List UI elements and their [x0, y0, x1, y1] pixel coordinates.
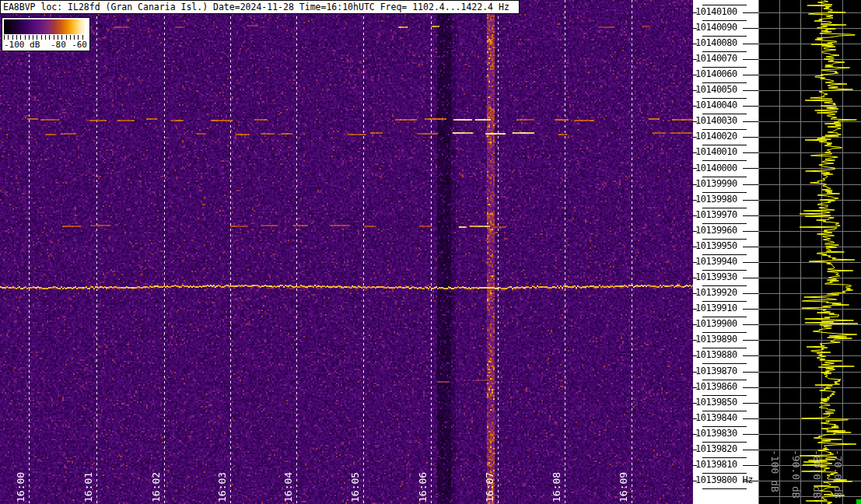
freq-label: 10139860 [695, 381, 737, 392]
freq-label: 10139900 [695, 318, 737, 329]
title-bar: EA8BVP loc: IL28fd (Gran Canaria Isl.) D… [0, 0, 520, 14]
freq-label: 10140100 [695, 6, 737, 17]
freq-label: 10139910 [695, 303, 737, 313]
db-label: -100 dB [769, 450, 781, 492]
time-label: 16:02 [150, 472, 162, 502]
freq-label: 10139960 [695, 225, 737, 236]
db-label: -80.0 dB [811, 450, 823, 499]
time-label: 16:03 [216, 472, 228, 502]
freq-label: 10139830 [695, 428, 737, 439]
freq-label: 10140090 [695, 22, 737, 33]
resize-grip[interactable] [856, 499, 861, 504]
colorbar-label-mid: -80 [51, 40, 66, 50]
freq-label: 10139990 [695, 178, 737, 189]
db-label: -70.0 dB [832, 450, 844, 499]
time-label: 16:05 [349, 472, 361, 502]
spectrum-lab-window: EA8BVP loc: IL28fd (Gran Canaria Isl.) D… [0, 0, 861, 504]
freq-label: 10139840 [695, 412, 737, 423]
time-label: 16:09 [618, 472, 629, 502]
freq-label: 10139810 [695, 459, 737, 470]
colorbar-label-min: -100 dB [4, 40, 40, 50]
freq-label: 10139920 [695, 287, 737, 298]
freq-label: 10139870 [695, 366, 737, 376]
time-label: 16:07 [484, 472, 495, 502]
freq-label: 10139940 [695, 256, 737, 267]
freq-label: 10139930 [695, 271, 737, 282]
freq-label: 10140070 [695, 53, 737, 64]
time-label: 16:06 [417, 472, 429, 502]
time-label: 16:00 [15, 472, 26, 502]
freq-label: 10140030 [695, 115, 737, 126]
colorbar-legend: -100 dB -80 -60 [2, 17, 90, 51]
freq-label: 10139850 [695, 397, 737, 408]
freq-label: 10140000 [695, 163, 737, 173]
freq-label: 10140010 [695, 146, 737, 157]
time-label: 16:08 [551, 472, 562, 502]
freq-label: 10140060 [695, 68, 737, 79]
freq-label: 10139890 [695, 334, 737, 345]
freq-label: 10139950 [695, 240, 737, 251]
colorbar-label-max: -60 [72, 40, 87, 50]
time-label: 16:01 [82, 472, 94, 502]
freq-label: 10139880 [695, 349, 737, 360]
freq-label: 10140020 [695, 131, 737, 142]
freq-label: 10139800 Hz [695, 474, 753, 485]
freq-label: 10139970 [695, 209, 737, 220]
colorbar-gradient [4, 19, 86, 34]
freq-label: 10140050 [695, 84, 737, 95]
freq-label: 10140080 [695, 37, 737, 48]
colorbar-labels: -100 dB -80 -60 [2, 40, 89, 50]
freq-label: 10139820 [695, 443, 737, 454]
freq-label: 10140040 [695, 100, 737, 110]
time-label: 16:04 [282, 472, 294, 502]
db-label: -90.0 dB [790, 450, 802, 499]
freq-label: 10139980 [695, 194, 737, 205]
